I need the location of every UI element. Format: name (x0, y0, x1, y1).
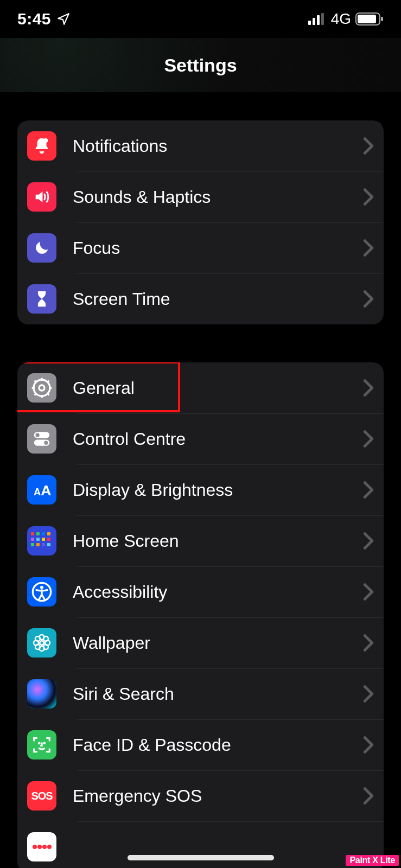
accessibility-icon (27, 577, 56, 607)
settings-row-control-centre[interactable]: Control Centre (17, 413, 384, 464)
row-label: Home Screen (73, 531, 363, 551)
header: Settings (0, 38, 401, 92)
svg-line-14 (35, 381, 36, 382)
settings-row-face-id-passcode[interactable]: Face ID & Passcode (17, 719, 384, 770)
svg-line-16 (35, 393, 36, 395)
chevron-right-icon (363, 634, 374, 652)
svg-rect-6 (381, 17, 383, 21)
moon-icon (27, 233, 56, 263)
chevron-right-icon (363, 290, 374, 308)
settings-row-display-brightness[interactable]: AA Display & Brightness (17, 464, 384, 515)
status-bar: 5:45 4G (0, 0, 401, 38)
sos-icon: SOS (27, 781, 56, 810)
settings-group-2: General Control Centre AA Display & Brig… (17, 362, 384, 868)
siri-icon (27, 679, 56, 709)
row-label: Display & Brightness (73, 480, 363, 500)
settings-row-wallpaper[interactable]: Wallpaper (17, 617, 384, 668)
settings-row-siri-search[interactable]: Siri & Search (17, 668, 384, 719)
svg-rect-5 (358, 15, 376, 23)
row-label: Emergency SOS (73, 786, 363, 806)
chevron-right-icon (363, 430, 374, 448)
row-label: Screen Time (73, 289, 363, 309)
svg-point-39 (42, 845, 47, 849)
svg-point-36 (44, 743, 45, 744)
chevron-right-icon (363, 787, 374, 805)
chevron-right-icon (363, 137, 374, 155)
svg-rect-2 (317, 15, 320, 25)
chevron-right-icon (363, 736, 374, 754)
page-title: Settings (164, 55, 237, 76)
svg-point-19 (35, 433, 39, 437)
row-label: Face ID & Passcode (73, 735, 363, 755)
settings-list: Notifications Sounds & Haptics Focus Scr… (0, 92, 401, 868)
row-label: General (73, 378, 363, 398)
row-label: Accessibility (73, 582, 363, 602)
chevron-right-icon (363, 239, 374, 257)
svg-line-17 (47, 381, 49, 382)
svg-rect-1 (313, 18, 315, 25)
row-label: Siri & Search (73, 684, 363, 704)
settings-row-emergency-sos[interactable]: SOS Emergency SOS (17, 770, 384, 821)
chevron-right-icon (363, 379, 374, 397)
svg-point-25 (40, 586, 43, 589)
settings-row-notifications[interactable]: Notifications (17, 120, 384, 171)
toggles-icon (27, 424, 56, 454)
bell-icon (27, 131, 56, 161)
home-indicator[interactable] (128, 855, 274, 860)
status-time: 5:45 (17, 10, 51, 28)
svg-text:A: A (34, 486, 41, 497)
svg-point-7 (43, 138, 48, 143)
exposure-icon (27, 832, 56, 861)
cell-signal-icon (308, 13, 327, 25)
text-size-icon: AA (27, 475, 56, 505)
svg-point-21 (44, 441, 48, 444)
watermark: Paint X Lite (346, 855, 399, 866)
chevron-right-icon (363, 532, 374, 550)
settings-group-1: Notifications Sounds & Haptics Focus Scr… (17, 120, 384, 324)
svg-line-15 (47, 393, 49, 395)
settings-row-sounds-haptics[interactable]: Sounds & Haptics (17, 171, 384, 222)
row-label: Notifications (73, 136, 363, 156)
hourglass-icon (27, 284, 56, 314)
battery-icon (355, 12, 384, 26)
chevron-right-icon (363, 583, 374, 601)
gear-icon (27, 373, 56, 403)
settings-row-partial[interactable] (17, 821, 384, 868)
svg-point-40 (47, 845, 52, 849)
chevron-right-icon (363, 188, 374, 206)
svg-point-37 (33, 845, 37, 849)
face-id-icon (27, 730, 56, 760)
svg-point-35 (39, 743, 40, 744)
settings-row-general[interactable]: General (17, 362, 384, 413)
row-label: Control Centre (73, 429, 363, 449)
settings-row-home-screen[interactable]: Home Screen (17, 515, 384, 566)
svg-rect-0 (308, 21, 311, 25)
row-label: Focus (73, 238, 363, 258)
svg-point-9 (39, 385, 44, 391)
flower-icon (27, 628, 56, 658)
settings-row-focus[interactable]: Focus (17, 222, 384, 273)
svg-text:A: A (41, 482, 51, 499)
row-label: Wallpaper (73, 633, 363, 653)
location-icon (56, 12, 71, 26)
network-label: 4G (331, 10, 351, 28)
app-grid-icon (27, 526, 56, 556)
svg-point-26 (40, 641, 44, 645)
chevron-right-icon (363, 481, 374, 499)
settings-row-screen-time[interactable]: Screen Time (17, 273, 384, 324)
settings-row-accessibility[interactable]: Accessibility (17, 566, 384, 617)
row-label: Sounds & Haptics (73, 187, 363, 207)
speaker-icon (27, 182, 56, 212)
svg-rect-3 (321, 13, 324, 25)
svg-point-38 (37, 845, 42, 849)
chevron-right-icon (363, 685, 374, 703)
